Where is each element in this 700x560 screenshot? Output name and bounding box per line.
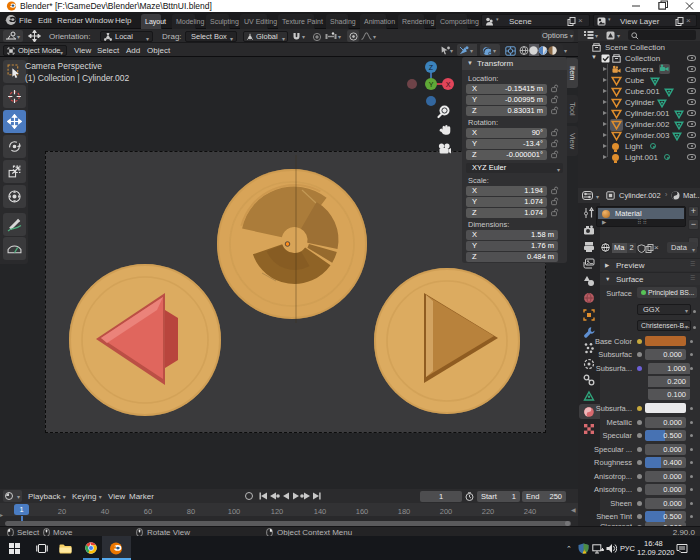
svg-text:Z: Z	[429, 64, 434, 71]
svg-text:Y: Y	[429, 81, 434, 88]
svg-text:!: !	[584, 549, 585, 554]
svg-text:X: X	[446, 81, 451, 88]
